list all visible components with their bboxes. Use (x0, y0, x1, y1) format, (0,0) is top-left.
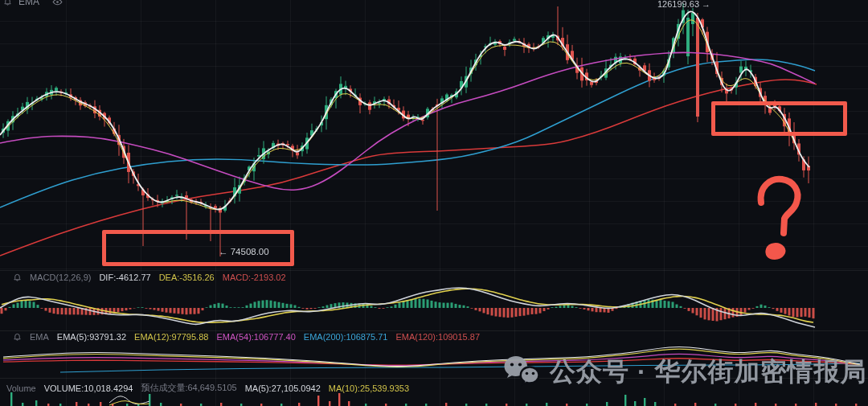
ema12-value: EMA(12):97795.88 (134, 332, 208, 342)
ema5-value: EMA(5):93791.32 (57, 332, 126, 342)
volume-title: Volume (6, 383, 36, 393)
macd-title: MACD(12,26,9) (30, 273, 91, 282)
main-chart-toolbar: EMA (3, 0, 63, 7)
resistance-zone-annotation-box (711, 101, 847, 136)
ema-panel-header: EMA EMA(5):93791.32 EMA(12):97795.88 EMA… (13, 332, 480, 342)
macd-dea-value: DEA:-3516.26 (159, 273, 215, 282)
question-mark-annotation (750, 170, 808, 269)
volume-ma5-value: MA(5):27,105.0942 (245, 383, 321, 393)
alert-bell-icon[interactable] (13, 333, 22, 342)
chart-canvas[interactable] (0, 0, 868, 406)
ema120-value: EMA(120):109015.87 (395, 332, 480, 342)
wechat-icon (503, 355, 540, 390)
macd-dif-value: DIF:-4612.77 (99, 273, 150, 282)
macd-panel-header: MACD(12,26,9) DIF:-4612.77 DEA:-3516.26 … (13, 273, 286, 282)
eye-visibility-icon[interactable] (52, 0, 63, 7)
main-indicator-label: EMA (18, 0, 39, 7)
alert-bell-icon[interactable] (3, 0, 12, 6)
volume-ma10-value: MA(10):25,539.9353 (329, 383, 409, 393)
ema54-value: EMA(54):106777.40 (216, 332, 295, 342)
high-price-label: 126199.63 → (657, 0, 710, 9)
est-volume-value: 预估成交量:64,649.5105 (141, 382, 236, 394)
volume-panel-header: Volume VOLUME:10,018.4294 预估成交量:64,649.5… (6, 382, 409, 394)
low-price-label: ← 74508.00 (219, 247, 269, 256)
ema-title: EMA (30, 332, 49, 342)
watermark-text: 公众号 · 华尔街加密情报局 (550, 355, 866, 390)
volume-value: VOLUME:10,018.4294 (44, 383, 133, 393)
watermark: 公众号 · 华尔街加密情报局 (503, 355, 866, 390)
macd-macd-value: MACD:-2193.02 (223, 273, 286, 282)
ema200-value: EMA(200):106875.71 (304, 332, 388, 342)
alert-bell-icon[interactable] (13, 273, 22, 282)
trading-chart-window: EMA 126199.63 → ← 74508.00 MACD(12,26,9)… (0, 0, 868, 406)
